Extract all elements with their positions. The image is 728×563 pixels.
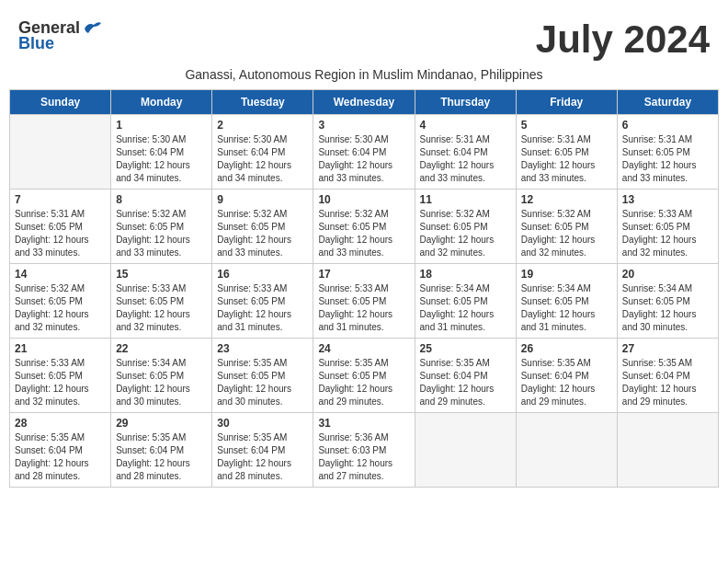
table-row: 31Sunrise: 5:36 AMSunset: 6:03 PMDayligh… [313, 413, 415, 488]
day-number: 5 [521, 119, 612, 132]
day-info: Sunrise: 5:35 AMSunset: 6:04 PMDaylight:… [622, 357, 713, 408]
calendar-week-row: 14Sunrise: 5:32 AMSunset: 6:05 PMDayligh… [10, 264, 719, 339]
day-info: Sunrise: 5:34 AMSunset: 6:05 PMDaylight:… [116, 357, 207, 408]
day-number: 21 [15, 342, 106, 355]
day-info: Sunrise: 5:35 AMSunset: 6:04 PMDaylight:… [420, 357, 511, 408]
day-info: Sunrise: 5:33 AMSunset: 6:05 PMDaylight:… [15, 357, 106, 408]
table-row: 13Sunrise: 5:33 AMSunset: 6:05 PMDayligh… [617, 190, 718, 264]
day-number: 2 [217, 119, 308, 132]
day-info: Sunrise: 5:30 AMSunset: 6:04 PMDaylight:… [318, 133, 409, 185]
day-number: 24 [318, 342, 409, 355]
table-row: 15Sunrise: 5:33 AMSunset: 6:05 PMDayligh… [111, 264, 212, 339]
header-thursday: Thursday [415, 90, 516, 115]
header-tuesday: Tuesday [212, 90, 313, 115]
day-number: 25 [420, 342, 511, 355]
table-row: 21Sunrise: 5:33 AMSunset: 6:05 PMDayligh… [10, 339, 111, 413]
day-info: Sunrise: 5:30 AMSunset: 6:04 PMDaylight:… [116, 133, 207, 185]
day-info: Sunrise: 5:35 AMSunset: 6:05 PMDaylight:… [217, 357, 308, 408]
day-number: 4 [420, 119, 511, 132]
table-row [415, 413, 516, 488]
header-monday: Monday [111, 90, 212, 115]
day-number: 20 [622, 268, 713, 281]
title-section: July 2024 [536, 18, 710, 61]
day-number: 8 [116, 193, 207, 206]
table-row: 11Sunrise: 5:32 AMSunset: 6:05 PMDayligh… [415, 190, 516, 264]
table-row: 8Sunrise: 5:32 AMSunset: 6:05 PMDaylight… [111, 190, 212, 264]
page-header: General Blue July 2024 [9, 9, 719, 65]
day-info: Sunrise: 5:33 AMSunset: 6:05 PMDaylight:… [116, 282, 207, 334]
day-number: 1 [116, 119, 207, 132]
day-info: Sunrise: 5:31 AMSunset: 6:05 PMDaylight:… [15, 208, 106, 259]
day-info: Sunrise: 5:32 AMSunset: 6:05 PMDaylight:… [420, 208, 511, 259]
day-info: Sunrise: 5:32 AMSunset: 6:05 PMDaylight:… [318, 208, 409, 259]
table-row: 10Sunrise: 5:32 AMSunset: 6:05 PMDayligh… [313, 190, 415, 264]
day-info: Sunrise: 5:31 AMSunset: 6:05 PMDaylight:… [622, 133, 713, 185]
table-row: 4Sunrise: 5:31 AMSunset: 6:04 PMDaylight… [415, 115, 516, 190]
day-info: Sunrise: 5:35 AMSunset: 6:04 PMDaylight:… [15, 431, 106, 483]
table-row: 27Sunrise: 5:35 AMSunset: 6:04 PMDayligh… [617, 339, 718, 413]
header-sunday: Sunday [10, 90, 111, 115]
table-row: 28Sunrise: 5:35 AMSunset: 6:04 PMDayligh… [10, 413, 111, 488]
day-info: Sunrise: 5:33 AMSunset: 6:05 PMDaylight:… [622, 208, 713, 259]
day-info: Sunrise: 5:33 AMSunset: 6:05 PMDaylight:… [318, 282, 409, 334]
table-row [10, 115, 111, 190]
table-row: 16Sunrise: 5:33 AMSunset: 6:05 PMDayligh… [212, 264, 313, 339]
table-row: 7Sunrise: 5:31 AMSunset: 6:05 PMDaylight… [10, 190, 111, 264]
day-info: Sunrise: 5:32 AMSunset: 6:05 PMDaylight:… [217, 208, 308, 259]
table-row: 29Sunrise: 5:35 AMSunset: 6:04 PMDayligh… [111, 413, 212, 488]
day-number: 23 [217, 342, 308, 355]
table-row: 3Sunrise: 5:30 AMSunset: 6:04 PMDaylight… [313, 115, 415, 190]
day-info: Sunrise: 5:31 AMSunset: 6:05 PMDaylight:… [521, 133, 612, 185]
header-saturday: Saturday [617, 90, 718, 115]
day-number: 9 [217, 193, 308, 206]
month-title: July 2024 [536, 18, 710, 61]
day-info: Sunrise: 5:30 AMSunset: 6:04 PMDaylight:… [217, 133, 308, 185]
day-number: 19 [521, 268, 612, 281]
table-row: 12Sunrise: 5:32 AMSunset: 6:05 PMDayligh… [516, 190, 617, 264]
table-row: 1Sunrise: 5:30 AMSunset: 6:04 PMDaylight… [111, 115, 212, 190]
table-row: 26Sunrise: 5:35 AMSunset: 6:04 PMDayligh… [516, 339, 617, 413]
day-info: Sunrise: 5:32 AMSunset: 6:05 PMDaylight:… [15, 282, 106, 334]
calendar-week-row: 1Sunrise: 5:30 AMSunset: 6:04 PMDaylight… [10, 115, 719, 190]
day-info: Sunrise: 5:31 AMSunset: 6:04 PMDaylight:… [420, 133, 511, 185]
table-row: 5Sunrise: 5:31 AMSunset: 6:05 PMDaylight… [516, 115, 617, 190]
table-row: 17Sunrise: 5:33 AMSunset: 6:05 PMDayligh… [313, 264, 415, 339]
day-number: 3 [318, 119, 409, 132]
day-number: 26 [521, 342, 612, 355]
day-number: 17 [318, 268, 409, 281]
day-info: Sunrise: 5:33 AMSunset: 6:05 PMDaylight:… [217, 282, 308, 334]
table-row [617, 413, 718, 488]
table-row: 18Sunrise: 5:34 AMSunset: 6:05 PMDayligh… [415, 264, 516, 339]
calendar-header-row: Sunday Monday Tuesday Wednesday Thursday… [10, 90, 719, 115]
day-number: 31 [318, 417, 409, 430]
day-number: 29 [116, 417, 207, 430]
day-number: 15 [116, 268, 207, 281]
day-number: 7 [15, 193, 106, 206]
table-row: 25Sunrise: 5:35 AMSunset: 6:04 PMDayligh… [415, 339, 516, 413]
logo: General Blue [18, 18, 103, 53]
calendar-week-row: 28Sunrise: 5:35 AMSunset: 6:04 PMDayligh… [10, 413, 719, 488]
day-number: 10 [318, 193, 409, 206]
table-row [516, 413, 617, 488]
day-number: 11 [420, 193, 511, 206]
header-wednesday: Wednesday [313, 90, 415, 115]
table-row: 9Sunrise: 5:32 AMSunset: 6:05 PMDaylight… [212, 190, 313, 264]
day-number: 13 [622, 193, 713, 206]
day-info: Sunrise: 5:35 AMSunset: 6:04 PMDaylight:… [116, 431, 207, 483]
day-info: Sunrise: 5:34 AMSunset: 6:05 PMDaylight:… [521, 282, 612, 334]
logo-bird-icon [83, 20, 103, 37]
day-number: 6 [622, 119, 713, 132]
day-info: Sunrise: 5:35 AMSunset: 6:05 PMDaylight:… [318, 357, 409, 408]
day-info: Sunrise: 5:35 AMSunset: 6:04 PMDaylight:… [521, 357, 612, 408]
calendar-week-row: 7Sunrise: 5:31 AMSunset: 6:05 PMDaylight… [10, 190, 719, 264]
day-info: Sunrise: 5:32 AMSunset: 6:05 PMDaylight:… [116, 208, 207, 259]
subtitle: Ganassi, Autonomous Region in Muslim Min… [9, 65, 719, 89]
table-row: 24Sunrise: 5:35 AMSunset: 6:05 PMDayligh… [313, 339, 415, 413]
day-info: Sunrise: 5:35 AMSunset: 6:04 PMDaylight:… [217, 431, 308, 483]
day-number: 16 [217, 268, 308, 281]
day-number: 18 [420, 268, 511, 281]
day-number: 22 [116, 342, 207, 355]
calendar-table: Sunday Monday Tuesday Wednesday Thursday… [9, 89, 719, 488]
day-number: 28 [15, 417, 106, 430]
day-info: Sunrise: 5:34 AMSunset: 6:05 PMDaylight:… [420, 282, 511, 334]
